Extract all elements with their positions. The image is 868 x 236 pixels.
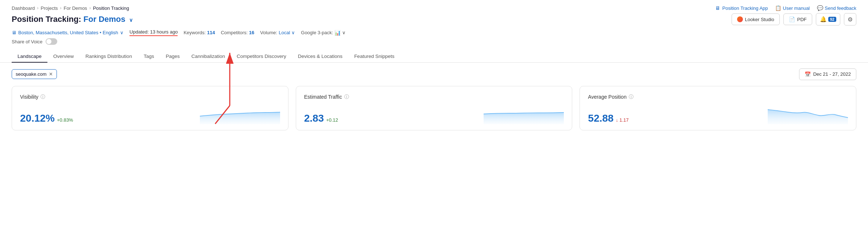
estimated-traffic-info-icon[interactable]: ⓘ: [344, 94, 349, 100]
tab-overview[interactable]: Overview: [47, 51, 80, 63]
tab-pages[interactable]: Pages: [160, 51, 185, 63]
average-position-card: Average Position ⓘ 52.88 ↓ 1.17: [580, 86, 856, 130]
notifications-button[interactable]: 🔔 92: [816, 13, 840, 25]
content-area: seoquake.com ✕ 📅 Dec 21 - 27, 2022 Visib…: [0, 63, 868, 136]
pdf-icon: 📄: [789, 16, 795, 22]
calendar-icon: 📅: [805, 71, 811, 77]
visibility-value: 20.12%: [20, 113, 55, 124]
average-position-title: Average Position: [588, 94, 627, 100]
estimated-traffic-title: Estimated Traffic: [304, 94, 342, 100]
breadcrumb-dashboard[interactable]: Dashboard: [12, 5, 35, 11]
tab-competitors-discovery[interactable]: Competitors Discovery: [231, 51, 292, 63]
location-chevron-icon: ∨: [120, 30, 124, 35]
average-position-value: 52.88: [588, 113, 613, 124]
visibility-info-icon[interactable]: ⓘ: [40, 94, 45, 100]
domain-filter-tag: seoquake.com ✕: [12, 69, 57, 79]
monitor-icon: 🖥: [715, 5, 721, 11]
send-feedback-link[interactable]: 💬 Send feedback: [817, 5, 856, 11]
volume-chevron-icon: ∨: [291, 30, 295, 35]
share-of-voice-row: Share of Voice: [0, 36, 868, 45]
estimated-traffic-change: +0.12: [326, 117, 338, 123]
visibility-chart: [200, 102, 280, 124]
google3pack-filter[interactable]: Google 3-pack: 📊 ∨: [301, 30, 346, 36]
average-position-chart: [768, 102, 848, 124]
keywords-filter: Keywords: 114: [183, 30, 215, 35]
notification-badge: 92: [828, 17, 836, 22]
looker-icon: [737, 16, 743, 22]
updated-text: Updated: 13 hours ago: [129, 29, 178, 36]
tab-tags[interactable]: Tags: [138, 51, 160, 63]
competitors-filter: Competitors: 16: [221, 30, 254, 35]
domain-tag-close[interactable]: ✕: [49, 72, 53, 76]
toolbar: Looker Studio 📄 PDF 🔔 92 ⚙: [732, 13, 856, 25]
breadcrumb-for-demos[interactable]: For Demos: [64, 5, 87, 11]
average-position-change: ↓ 1.17: [616, 117, 628, 123]
looker-studio-button[interactable]: Looker Studio: [732, 13, 780, 25]
breadcrumb-current: Position Tracking: [93, 5, 129, 11]
tab-devices-locations[interactable]: Devices & Locations: [292, 51, 348, 63]
nav-tabs: Landscape Overview Rankings Distribution…: [0, 45, 868, 63]
position-tracking-app-link[interactable]: 🖥 Position Tracking App: [715, 5, 768, 11]
tab-landscape[interactable]: Landscape: [12, 51, 47, 63]
google3pack-icon: 📊: [334, 30, 341, 36]
date-range-picker[interactable]: 📅 Dec 21 - 27, 2022: [799, 68, 856, 80]
pdf-button[interactable]: 📄 PDF: [783, 13, 812, 25]
filter-row: 🖥 Boston, Massachusetts, United States •…: [0, 25, 868, 36]
visibility-card: Visibility ⓘ 20.12% +0.83%: [12, 86, 288, 130]
visibility-title: Visibility: [20, 94, 38, 100]
page-title: Position Tracking: For Demos ∨: [12, 15, 133, 24]
tab-rankings-distribution[interactable]: Rankings Distribution: [80, 51, 138, 63]
user-manual-link[interactable]: 📋 User manual: [775, 5, 810, 11]
metrics-cards: Visibility ⓘ 20.12% +0.83%: [12, 86, 856, 130]
top-links: 🖥 Position Tracking App 📋 User manual 💬 …: [715, 5, 856, 11]
estimated-traffic-card: Estimated Traffic ⓘ 2.83 +0.12: [296, 86, 573, 130]
title-dropdown-icon[interactable]: ∨: [129, 17, 133, 23]
chat-icon: 💬: [817, 5, 823, 11]
tab-featured-snippets[interactable]: Featured Snippets: [348, 51, 400, 63]
book-icon: 📋: [775, 5, 781, 11]
google3pack-chevron-icon: ∨: [342, 30, 346, 35]
average-position-info-icon[interactable]: ⓘ: [629, 94, 633, 100]
monitor-small-icon: 🖥: [12, 30, 16, 35]
estimated-traffic-value: 2.83: [304, 113, 324, 124]
settings-button[interactable]: ⚙: [844, 13, 856, 25]
breadcrumb-projects[interactable]: Projects: [41, 5, 58, 11]
volume-filter[interactable]: Volume: Local ∨: [260, 30, 295, 35]
bell-icon: 🔔: [820, 16, 827, 23]
project-name: For Demos: [84, 15, 125, 24]
gear-icon: ⚙: [848, 16, 853, 23]
breadcrumb: Dashboard › Projects › For Demos › Posit…: [12, 5, 129, 11]
tab-cannibalization[interactable]: Cannibalization: [186, 51, 231, 63]
location-filter[interactable]: 🖥 Boston, Massachusetts, United States •…: [12, 30, 124, 35]
visibility-change: +0.83%: [57, 117, 73, 123]
estimated-traffic-chart: [484, 102, 564, 124]
share-of-voice-toggle[interactable]: [46, 38, 57, 45]
